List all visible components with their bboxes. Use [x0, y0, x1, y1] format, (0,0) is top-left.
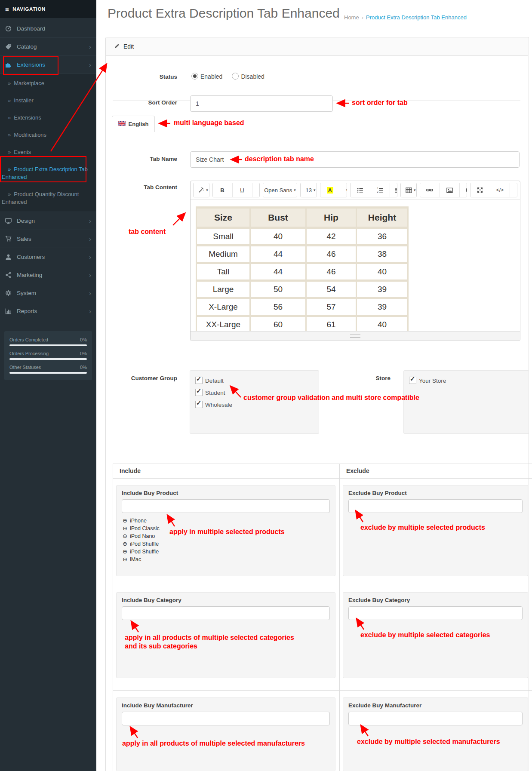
checkbox[interactable]: ✓	[195, 401, 203, 408]
help-button[interactable]: ?	[510, 183, 517, 197]
tab-name-input[interactable]: Size Chart	[190, 151, 520, 168]
sidebar-item-customers[interactable]: Customers ›	[0, 248, 96, 266]
exclude-product-input[interactable]	[348, 499, 523, 513]
checkbox-student[interactable]: ✓Student	[195, 389, 225, 396]
orders-stats-panel: Orders Completed0% Orders Processing0% O…	[4, 331, 92, 380]
sidebar-item-label: Installer	[14, 97, 34, 104]
checkbox[interactable]: ✓	[195, 389, 203, 396]
sort-order-input[interactable]: 1	[190, 95, 333, 112]
table-button[interactable]: ▾	[401, 183, 417, 197]
gear-icon	[5, 290, 17, 296]
checkbox-wholesale[interactable]: ✓Wholesale	[195, 401, 232, 409]
minus-circle-icon[interactable]: ⊖	[123, 541, 127, 547]
sidebar-item-product-quantity-discount-enhanced[interactable]: »Product Quantity Discount Enhanced	[0, 186, 96, 211]
sidebar-header-label: NAVIGATION	[12, 6, 46, 12]
sidebar-item-sales[interactable]: Sales ›	[0, 230, 96, 248]
minus-circle-icon[interactable]: ⊖	[123, 525, 127, 531]
exclude-product-label: Exclude Buy Product	[348, 490, 407, 496]
progress-bar	[9, 344, 87, 346]
cell: 61	[307, 317, 356, 331]
sidebar-item-system[interactable]: System ›	[0, 284, 96, 302]
sidebar-item-marketing[interactable]: Marketing ›	[0, 266, 96, 284]
double-arrow-icon: »	[8, 80, 11, 86]
note-exclude-manufacturer: exclude by multiple selected manufacture…	[357, 738, 500, 746]
magic-style-button[interactable]: ▾	[194, 183, 209, 197]
page-title: Product Extra Description Tab Enhanced	[108, 6, 340, 21]
sidebar-item-reports[interactable]: Reports ›	[0, 302, 96, 320]
selected-product[interactable]: ⊖iPhone	[123, 517, 147, 524]
stat-value: 0%	[80, 365, 87, 370]
progress-bar	[9, 372, 87, 374]
include-header: Include	[120, 467, 141, 474]
editor-content[interactable]: Size Bust Hip Height Small404236 Medium4…	[191, 200, 520, 331]
hamburger-icon[interactable]: ≡	[5, 6, 9, 13]
product-name: iPod Shuffle	[130, 541, 159, 547]
checkbox-default[interactable]: ✓Default	[195, 377, 224, 384]
exclude-manufacturer-input[interactable]	[348, 712, 523, 725]
minus-circle-icon[interactable]: ⊖	[123, 517, 127, 524]
sidebar-item-dashboard[interactable]: Dashboard	[0, 20, 96, 37]
minus-circle-icon[interactable]: ⊖	[123, 533, 127, 539]
tab-english[interactable]: English	[112, 116, 155, 132]
minus-circle-icon[interactable]: ⊖	[123, 556, 127, 562]
breadcrumb-current-link[interactable]: Product Extra Description Tab Enhanced	[366, 14, 467, 21]
selected-product[interactable]: ⊖iMac	[123, 556, 141, 562]
cell: 39	[357, 299, 407, 315]
font-color-button[interactable]: A	[320, 183, 340, 197]
ie-row-divider	[113, 585, 532, 585]
grip-icon	[350, 334, 360, 338]
include-product-input[interactable]	[122, 499, 330, 513]
include-manufacturer-input[interactable]	[122, 712, 330, 725]
sidebar-item-events[interactable]: »Events	[0, 144, 96, 161]
status-enabled-option[interactable]: Enabled	[191, 73, 222, 80]
breadcrumb-separator: ›	[362, 14, 363, 21]
exclude-category-input[interactable]	[348, 606, 523, 620]
minus-circle-icon[interactable]: ⊖	[123, 548, 127, 555]
sidebar-item-catalog[interactable]: Catalog ›	[0, 37, 96, 55]
editor-resize-handle[interactable]	[191, 331, 520, 341]
status-disabled-option[interactable]: Disabled	[232, 73, 264, 80]
cell: 57	[307, 299, 356, 315]
wysiwyg-editor: ▾ B U Open Sans▾ 13▾ A ▾ 12 ▾ ▾	[190, 181, 520, 341]
ordered-list-button[interactable]: 12	[370, 183, 390, 197]
cell: 38	[357, 246, 407, 262]
selected-product[interactable]: ⊖iPod Classic	[123, 525, 160, 531]
bold-button[interactable]: B	[213, 183, 233, 197]
unordered-list-button[interactable]	[351, 183, 370, 197]
sidebar-item-extensions-sub[interactable]: »Extensions	[0, 109, 96, 126]
code-view-button[interactable]: </>	[490, 183, 510, 197]
sidebar-item-marketplace[interactable]: »Marketplace	[0, 75, 96, 92]
radio-disabled[interactable]	[232, 73, 239, 80]
product-name: iPod Shuffle	[130, 549, 159, 555]
paragraph-align-button[interactable]: ▾	[390, 183, 397, 197]
radio-label: Disabled	[241, 73, 264, 80]
checkbox[interactable]: ✓	[195, 377, 203, 384]
breadcrumb-home-link[interactable]: Home	[344, 14, 359, 21]
sidebar-item-product-extra-description-tab-enhanced[interactable]: »Product Extra Description Tab Enhanced	[0, 161, 96, 186]
cell: 54	[307, 282, 356, 297]
font-family-dropdown[interactable]: Open Sans▾	[263, 183, 297, 197]
link-button[interactable]	[420, 183, 440, 197]
font-color-caret-button[interactable]: ▾	[340, 183, 347, 197]
sidebar-item-modifications[interactable]: »Modifications	[0, 126, 96, 144]
fullscreen-button[interactable]	[470, 183, 490, 197]
table-row: Small404236	[197, 229, 407, 244]
include-category-input[interactable]	[122, 606, 330, 620]
underline-button[interactable]: U	[233, 183, 252, 197]
video-button[interactable]	[460, 183, 467, 197]
selected-product[interactable]: ⊖iPod Nano	[123, 533, 155, 539]
product-name: iPod Classic	[130, 525, 160, 531]
cell: 39	[357, 282, 407, 297]
radio-enabled[interactable]	[191, 73, 198, 80]
sidebar-item-installer[interactable]: »Installer	[0, 92, 96, 109]
sidebar-item-extensions[interactable]: Extensions ›	[0, 55, 96, 74]
checkbox[interactable]: ✓	[409, 377, 416, 384]
store-box: ✓Your Store	[403, 370, 529, 434]
selected-product[interactable]: ⊖iPod Shuffle	[123, 541, 159, 547]
checkbox-your-store[interactable]: ✓Your Store	[409, 377, 446, 384]
font-size-dropdown[interactable]: 13▾	[301, 183, 317, 197]
selected-product[interactable]: ⊖iPod Shuffle	[123, 548, 159, 555]
eraser-button[interactable]	[252, 183, 260, 197]
image-button[interactable]	[440, 183, 460, 197]
sidebar-item-design[interactable]: Design ›	[0, 212, 96, 230]
